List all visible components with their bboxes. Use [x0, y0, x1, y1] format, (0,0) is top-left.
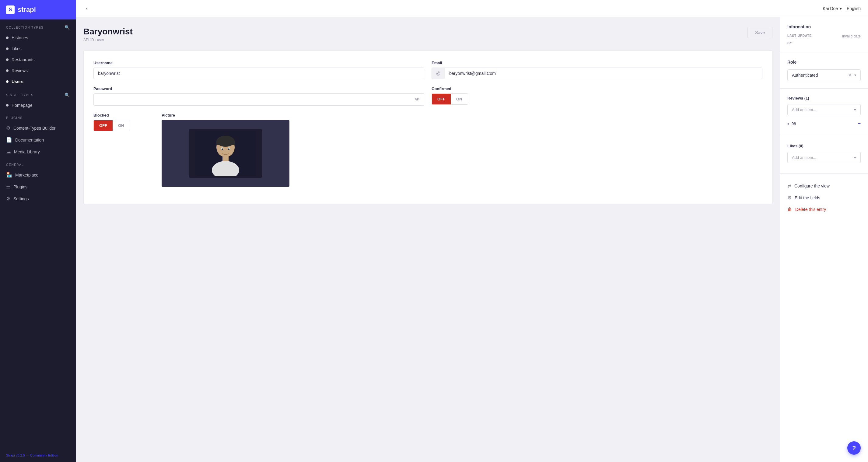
- plugins-section: Plugins: [0, 111, 76, 122]
- user-menu-chevron-icon: ▾: [840, 6, 842, 11]
- likes-title: Likes (0): [787, 144, 861, 148]
- sidebar-item-content-types-builder[interactable]: ⚙ Content-Types Builder: [0, 122, 76, 134]
- single-types-section: Single Types 🔍: [0, 87, 76, 100]
- sidebar-item-likes[interactable]: Likes: [0, 43, 76, 54]
- role-section: Role Authenticated ✕ ▾: [780, 52, 868, 89]
- reviews-add-select[interactable]: Add an item... ▾: [787, 104, 861, 115]
- email-group: Email @: [432, 61, 763, 79]
- back-button[interactable]: ‹: [83, 4, 90, 13]
- sidebar-item-label: Likes: [11, 46, 22, 51]
- password-eye-icon[interactable]: 👁: [410, 94, 424, 105]
- confirmed-off-btn[interactable]: OFF: [432, 94, 451, 104]
- by-label: BY: [787, 41, 861, 45]
- svg-rect-3: [216, 141, 235, 145]
- edit-fields-label: Edit the fields: [795, 195, 820, 200]
- information-section: Information LAST UPDATE Invalid date BY: [780, 17, 868, 52]
- sidebar-item-histories[interactable]: Histories: [0, 32, 76, 43]
- content-types-icon: ⚙: [6, 125, 10, 131]
- review-item-row: ■ 98 −: [787, 118, 861, 129]
- page-body: Baryonwrist API ID : user Save Username …: [76, 17, 868, 462]
- email-at-icon: @: [432, 68, 445, 79]
- reviews-add-placeholder: Add an item...: [792, 107, 816, 112]
- api-id: API ID : user: [83, 38, 133, 42]
- role-select[interactable]: Authenticated ✕ ▾: [787, 69, 861, 81]
- picture-label: Picture: [162, 113, 763, 118]
- review-remove-btn[interactable]: −: [857, 121, 861, 126]
- confirmed-group: Confirmed OFF ON: [432, 86, 763, 105]
- single-search-icon[interactable]: 🔍: [64, 93, 70, 97]
- likes-section: Likes (0) Add an item... ▾: [780, 136, 868, 174]
- svg-rect-5: [222, 156, 228, 161]
- sidebar-item-plugins[interactable]: ☰ Plugins: [0, 181, 76, 193]
- sidebar-item-restaurants[interactable]: Restaurants: [0, 54, 76, 65]
- sidebar-item-label: Plugins: [13, 184, 27, 189]
- main-content: ‹ Kai Doe ▾ English Baryonwrist API ID :…: [76, 0, 868, 462]
- delete-entry-action[interactable]: 🗑 Delete this entry: [787, 204, 861, 215]
- role-clear-icon[interactable]: ✕: [848, 73, 851, 77]
- username-input[interactable]: [93, 68, 424, 79]
- general-section: General: [0, 158, 76, 169]
- sidebar-item-label: Restaurants: [11, 57, 34, 62]
- save-button[interactable]: Save: [747, 27, 772, 38]
- username-label: Username: [93, 61, 424, 65]
- sidebar-logo[interactable]: S strapi: [0, 0, 76, 20]
- blocked-off-btn[interactable]: OFF: [94, 120, 113, 131]
- review-item-value: 98: [792, 121, 796, 126]
- plugins-icon: ☰: [6, 184, 10, 190]
- form-card: Username Email @ Password: [83, 51, 772, 204]
- marketplace-icon: 🏪: [6, 172, 12, 178]
- picture-group: Picture: [162, 113, 763, 187]
- role-title: Role: [787, 60, 861, 64]
- form-row-blocked-picture: Blocked OFF ON Picture: [93, 113, 763, 187]
- sidebar-item-users[interactable]: Users: [0, 76, 76, 87]
- sidebar-item-label: Histories: [11, 35, 28, 40]
- picture-inner: [189, 129, 262, 178]
- configure-view-action[interactable]: ⇄ Configure the view: [787, 180, 861, 192]
- review-item-icon: ■: [787, 122, 789, 125]
- content-area: Baryonwrist API ID : user Save Username …: [76, 17, 780, 462]
- media-library-icon: ☁: [6, 149, 11, 155]
- topbar-left: ‹: [83, 4, 90, 13]
- help-question-icon: ?: [852, 445, 856, 452]
- last-update-label: LAST UPDATE: [787, 34, 812, 38]
- sidebar-item-marketplace[interactable]: 🏪 Marketplace: [0, 169, 76, 181]
- reviews-title: Reviews (1): [787, 96, 861, 100]
- plugins-label: Plugins: [6, 116, 23, 120]
- svg-point-9: [228, 149, 230, 150]
- password-input[interactable]: [94, 94, 410, 105]
- sidebar-item-media-library[interactable]: ☁ Media Library: [0, 146, 76, 158]
- blocked-on-btn[interactable]: ON: [113, 120, 130, 131]
- bullet-icon: [6, 80, 8, 83]
- password-wrapper: 👁: [93, 93, 424, 105]
- reviews-section: Reviews (1) Add an item... ▾ ■ 98 −: [780, 89, 868, 136]
- sidebar-item-homepage[interactable]: Homepage: [0, 100, 76, 111]
- form-row-username-email: Username Email @: [93, 61, 763, 79]
- user-menu[interactable]: Kai Doe ▾: [823, 6, 842, 11]
- strapi-logo-icon: S: [6, 5, 14, 14]
- bullet-icon: [6, 36, 8, 39]
- language-selector[interactable]: English: [847, 6, 861, 11]
- confirmed-on-btn[interactable]: ON: [451, 94, 468, 104]
- picture-container: [162, 120, 289, 187]
- sidebar-item-label: Settings: [13, 196, 29, 201]
- confirmed-label: Confirmed: [432, 86, 763, 91]
- blocked-label: Blocked: [93, 113, 154, 118]
- sidebar-item-settings[interactable]: ⚙ Settings: [0, 193, 76, 205]
- edit-fields-action[interactable]: ⚙ Edit the fields: [787, 192, 861, 204]
- confirmed-toggle: OFF ON: [432, 93, 468, 105]
- blocked-group: Blocked OFF ON: [93, 113, 154, 131]
- likes-add-placeholder: Add an item...: [792, 155, 816, 160]
- help-button[interactable]: ?: [847, 441, 861, 455]
- delete-entry-icon: 🗑: [787, 207, 792, 212]
- sidebar-item-documentation[interactable]: 📄 Documentation: [0, 134, 76, 146]
- configure-view-icon: ⇄: [787, 183, 791, 189]
- sidebar-item-label: Content-Types Builder: [13, 126, 56, 130]
- sidebar-item-reviews[interactable]: Reviews: [0, 65, 76, 76]
- email-input[interactable]: [445, 68, 762, 79]
- sidebar-item-label: Media Library: [14, 149, 40, 154]
- likes-add-chevron-icon: ▾: [854, 155, 856, 160]
- collection-search-icon[interactable]: 🔍: [64, 25, 70, 30]
- likes-add-select[interactable]: Add an item... ▾: [787, 152, 861, 163]
- bullet-icon: [6, 69, 8, 72]
- role-chevron-icon: ▾: [854, 73, 856, 77]
